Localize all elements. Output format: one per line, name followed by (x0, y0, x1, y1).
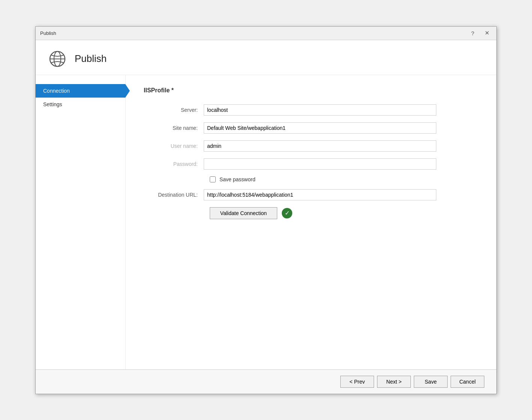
sidebar-item-settings-label: Settings (43, 101, 62, 107)
user-name-row: User name: (144, 140, 478, 152)
close-button[interactable]: ✕ (482, 29, 492, 37)
section-title: IISProfile * (144, 87, 478, 94)
header-area: Publish (36, 40, 496, 75)
sidebar-item-connection-label: Connection (43, 88, 70, 94)
save-password-label[interactable]: Save password (219, 176, 255, 182)
server-input[interactable] (204, 104, 436, 116)
user-name-label: User name: (144, 143, 204, 149)
main-content: IISProfile * Server: Site name: User nam… (126, 75, 496, 369)
help-button[interactable]: ? (469, 29, 476, 37)
validate-success-icon: ✓ (282, 208, 292, 218)
save-password-row: Save password (210, 176, 478, 182)
sidebar-item-settings[interactable]: Settings (36, 98, 125, 111)
sidebar: Connection Settings (36, 75, 126, 369)
footer: < Prev Next > Save Cancel (36, 369, 496, 394)
title-bar-left: Publish (40, 30, 56, 36)
globe-icon (48, 49, 67, 69)
save-password-checkbox[interactable] (210, 176, 216, 182)
password-row: Password: (144, 158, 478, 170)
window-body: Publish Connection Settings IISProfile *… (36, 40, 496, 394)
user-name-input[interactable] (204, 140, 436, 152)
page-title: Publish (75, 53, 107, 65)
password-label: Password: (144, 161, 204, 167)
title-bar-title: Publish (40, 30, 56, 36)
site-name-input[interactable] (204, 122, 436, 134)
validate-connection-button[interactable]: Validate Connection (210, 207, 277, 219)
publish-dialog: Publish ? ✕ Publish (35, 26, 497, 394)
content-area: Connection Settings IISProfile * Server:… (36, 75, 496, 369)
validate-connection-row: Validate Connection ✓ (210, 207, 478, 219)
destination-url-label: Destination URL: (144, 192, 204, 198)
save-button[interactable]: Save (414, 376, 448, 388)
cancel-button[interactable]: Cancel (451, 376, 484, 388)
prev-button[interactable]: < Prev (340, 376, 374, 388)
password-input[interactable] (204, 158, 436, 170)
destination-url-row: Destination URL: (144, 189, 478, 200)
destination-url-input[interactable] (204, 189, 436, 200)
site-name-row: Site name: (144, 122, 478, 134)
site-name-label: Site name: (144, 125, 204, 131)
title-bar-controls: ? ✕ (469, 29, 492, 37)
server-row: Server: (144, 104, 478, 116)
title-bar: Publish ? ✕ (36, 27, 496, 40)
server-label: Server: (144, 107, 204, 113)
next-button[interactable]: Next > (377, 376, 411, 388)
sidebar-item-connection[interactable]: Connection (36, 84, 125, 98)
